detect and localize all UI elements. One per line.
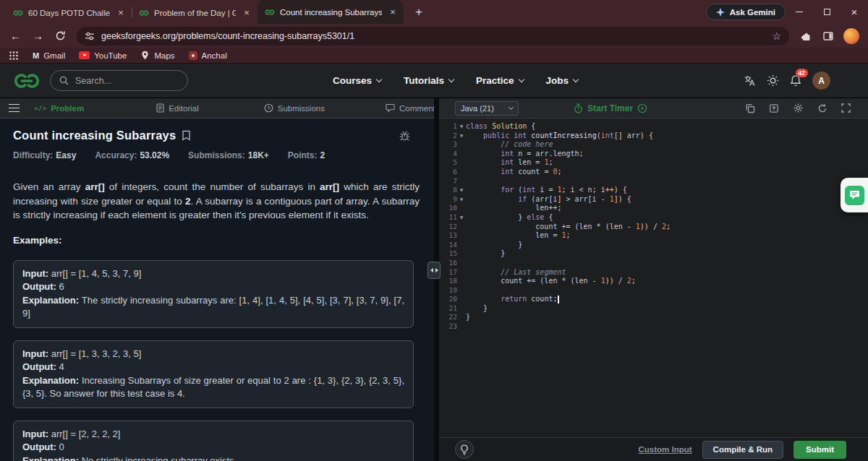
code-line[interactable]: 9▼ if (arr[i] > arr[i - 1]) { [439, 195, 868, 204]
code-line[interactable]: 5 int len = 1; [439, 158, 868, 168]
code-line[interactable]: 3 // code here [439, 140, 868, 150]
bookmark-anchal[interactable]: Anchal [189, 51, 227, 60]
code-line[interactable]: 8▼ for (int i = 1; i < n; i++) { [439, 186, 868, 195]
code-line[interactable]: 21 } [439, 304, 868, 314]
theme-toggle-sun-icon[interactable] [767, 74, 779, 87]
text-cursor [558, 296, 558, 303]
close-window-button[interactable]: × [841, 0, 868, 24]
bookmarks-bar: M Gmail YouTube Maps Anchal [0, 48, 868, 64]
tab-close-icon[interactable]: × [387, 7, 399, 18]
code-line[interactable]: 17 // Last segment [439, 268, 868, 277]
code-line[interactable]: 4 int n = arr.length; [439, 150, 868, 159]
language-select[interactable]: Java (21) [455, 101, 519, 116]
user-avatar[interactable]: A [812, 72, 830, 90]
code-line[interactable]: 12 count += (len * (len - 1)) / 2; [439, 223, 868, 232]
reload-button[interactable] [51, 26, 70, 46]
bookmark-maps[interactable]: Maps [140, 50, 174, 61]
notifications-button[interactable]: 42 [790, 74, 801, 87]
code-editor-panel: Java (21) Start Timer 1▼class Solution {… [439, 98, 868, 461]
tab-editorial[interactable]: Editorial [156, 103, 199, 113]
translate-icon[interactable] [744, 74, 756, 87]
code-line[interactable]: 10 len++; [439, 204, 868, 213]
new-tab-button[interactable]: + [409, 3, 428, 22]
tab-close-icon[interactable]: × [241, 7, 252, 19]
code-line[interactable]: 2▼ public int countIncreasing(int[] arr)… [439, 132, 868, 141]
menu-icon[interactable] [9, 104, 20, 113]
extensions-icon[interactable] [796, 26, 815, 46]
bookmark-gmail[interactable]: M Gmail [33, 51, 65, 60]
start-timer-button[interactable]: Start Timer [574, 103, 647, 113]
bookmark-star-icon[interactable]: ☆ [772, 30, 781, 42]
compile-run-button[interactable]: Compile & Run [702, 441, 783, 459]
tab-title: Problem of the Day | Geeksfor [154, 9, 236, 17]
code-line[interactable]: 15 } [439, 249, 868, 259]
search-box[interactable]: Search... [50, 70, 188, 91]
browser-tab-active[interactable]: Count increasing Subarrays | Pr × [258, 0, 404, 24]
url-bar[interactable]: geeksforgeeks.org/problems/count-increas… [77, 27, 789, 46]
profile-avatar[interactable] [843, 28, 859, 44]
report-bug-icon[interactable] [399, 130, 411, 142]
submit-button[interactable]: Submit [793, 441, 846, 459]
code-line[interactable]: 11▼ } else { [439, 213, 868, 223]
settings-gear-icon[interactable] [793, 103, 804, 113]
ask-gemini-button[interactable]: Ask Gemini [706, 4, 786, 20]
search-icon [59, 76, 69, 85]
back-button[interactable]: ← [6, 26, 25, 46]
forward-button[interactable]: → [28, 26, 48, 46]
example-output: 6 [59, 281, 64, 292]
code-line[interactable]: 1▼class Solution { [439, 122, 868, 132]
tab-title: 60 Days POTD Challenge Power [28, 9, 110, 17]
upload-code-icon[interactable] [769, 103, 779, 113]
code-line[interactable]: 7 [439, 177, 868, 186]
tab-list: 60 Days POTD Challenge Power × Problem o… [6, 0, 428, 24]
chevron-down-icon [509, 105, 514, 110]
tab-close-icon[interactable]: × [115, 7, 127, 19]
editor-actions [745, 103, 851, 113]
code-line[interactable]: 13 len = 1; [439, 231, 868, 241]
doubt-chat-widget[interactable] [841, 178, 868, 212]
tab-comments[interactable]: Comments [386, 103, 434, 113]
browser-tab-2[interactable]: Problem of the Day | Geeksfor × [132, 2, 258, 24]
nav-tutorials[interactable]: Tutorials [404, 75, 454, 86]
code-line[interactable]: 22} [439, 313, 868, 322]
browser-tab-strip: 60 Days POTD Challenge Power × Problem o… [0, 0, 868, 24]
code-line[interactable]: 23 [439, 322, 868, 332]
problem-title: Count increasing Subarrays [13, 129, 176, 142]
problem-meta: Difficulty:Easy Accuracy:53.02% Submissi… [13, 150, 420, 160]
bookmark-label: YouTube [94, 51, 127, 60]
code-line[interactable]: 16 [439, 259, 868, 268]
code-line[interactable]: 20 return count; [439, 295, 868, 304]
ask-gemini-label: Ask Gemini [730, 8, 775, 17]
code-line[interactable]: 18 count += (len * (len - 1)) / 2; [439, 277, 868, 286]
code-line[interactable]: 6 int count = 0; [439, 168, 868, 177]
fullscreen-icon[interactable] [841, 103, 851, 113]
apps-grid-icon[interactable] [9, 51, 19, 61]
code-line[interactable]: 19 [439, 286, 868, 296]
bookmark-youtube[interactable]: YouTube [79, 51, 127, 60]
maximize-button[interactable] [813, 0, 841, 24]
nav-jobs[interactable]: Jobs [546, 75, 579, 86]
side-panel-icon[interactable] [818, 26, 838, 46]
nav-courses[interactable]: Courses [333, 75, 381, 86]
url-text[interactable]: geeksforgeeks.org/problems/count-increas… [101, 31, 765, 41]
nav-practice[interactable]: Practice [476, 75, 524, 86]
browser-tab-1[interactable]: 60 Days POTD Challenge Power × [6, 2, 132, 24]
hint-button[interactable] [455, 440, 474, 459]
minimize-button[interactable] [786, 0, 813, 24]
bookmark-icon[interactable] [182, 130, 191, 141]
problem-content: Count increasing Subarrays Difficulty:Ea… [0, 119, 434, 461]
code-line[interactable]: 14 } [439, 241, 868, 250]
reset-code-icon[interactable] [817, 103, 827, 113]
example-input: arr[] = [2, 2, 2, 2] [51, 428, 121, 439]
panel-resize-handle[interactable] [427, 262, 441, 279]
panel-divider[interactable] [434, 98, 439, 461]
custom-input-link[interactable]: Custom Input [638, 445, 692, 454]
example-explanation: Increasing Subarrays of size greater or … [22, 375, 404, 400]
tab-problem[interactable]: </> Problem [34, 104, 84, 113]
site-settings-icon[interactable] [85, 31, 95, 41]
tab-submissions[interactable]: Submissions [264, 103, 325, 113]
code-editor[interactable]: 1▼class Solution {2▼ public int countInc… [439, 119, 868, 437]
copy-icon[interactable] [745, 103, 755, 113]
comment-icon [386, 103, 395, 113]
gfg-logo[interactable] [12, 72, 42, 90]
